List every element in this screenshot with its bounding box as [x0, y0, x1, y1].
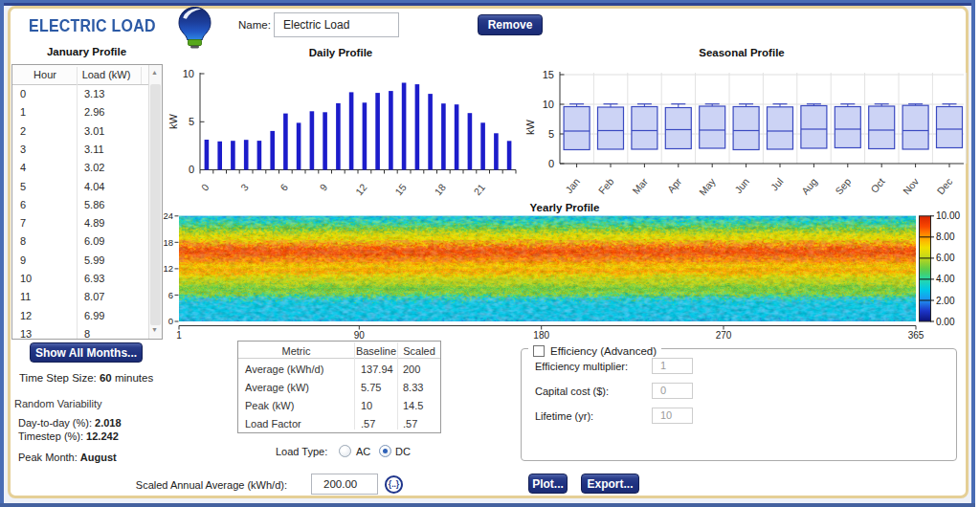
svg-text:4.00: 4.00: [936, 274, 955, 284]
svg-text:Mar: Mar: [630, 175, 650, 196]
svg-text:kW: kW: [524, 119, 536, 135]
svg-text:Feb: Feb: [596, 175, 616, 196]
svg-text:5: 5: [548, 128, 554, 140]
svg-text:24: 24: [163, 210, 173, 221]
svg-text:0: 0: [198, 181, 211, 192]
svg-text:Oct: Oct: [868, 176, 887, 195]
svg-text:12: 12: [353, 181, 369, 197]
svg-text:15: 15: [392, 181, 409, 197]
svg-text:0: 0: [548, 158, 554, 169]
svg-text:9: 9: [317, 181, 329, 192]
svg-text:5: 5: [189, 116, 194, 127]
svg-text:Jun: Jun: [732, 175, 751, 195]
svg-text:270: 270: [716, 330, 732, 341]
svg-text:10.00: 10.00: [936, 210, 960, 221]
svg-text:12: 12: [163, 263, 173, 274]
svg-text:0: 0: [189, 164, 194, 175]
svg-text:Nov: Nov: [901, 175, 922, 197]
svg-text:0.00: 0.00: [936, 317, 955, 327]
svg-text:90: 90: [354, 330, 366, 341]
svg-text:6: 6: [168, 290, 173, 300]
svg-text:0: 0: [168, 316, 173, 326]
svg-text:6.00: 6.00: [936, 253, 955, 263]
svg-text:1: 1: [176, 330, 182, 341]
svg-text:May: May: [697, 175, 718, 197]
svg-text:kW: kW: [168, 113, 179, 129]
svg-text:8.00: 8.00: [936, 231, 955, 242]
svg-text:18: 18: [163, 237, 173, 248]
svg-text:Jan: Jan: [563, 175, 582, 195]
svg-text:Apr: Apr: [665, 175, 684, 195]
svg-text:Sep: Sep: [833, 175, 853, 196]
svg-text:10: 10: [183, 68, 194, 79]
svg-text:365: 365: [908, 330, 924, 341]
svg-text:6: 6: [278, 181, 290, 192]
svg-text:180: 180: [533, 330, 549, 341]
svg-text:21: 21: [471, 181, 487, 197]
svg-text:2.00: 2.00: [936, 296, 955, 306]
svg-text:Aug: Aug: [799, 175, 819, 196]
svg-text:18: 18: [432, 181, 448, 197]
svg-text:3: 3: [238, 181, 251, 192]
svg-text:15: 15: [543, 69, 554, 80]
svg-text:10: 10: [543, 99, 554, 110]
svg-text:Dec: Dec: [934, 176, 954, 197]
svg-text:Jul: Jul: [768, 176, 786, 193]
